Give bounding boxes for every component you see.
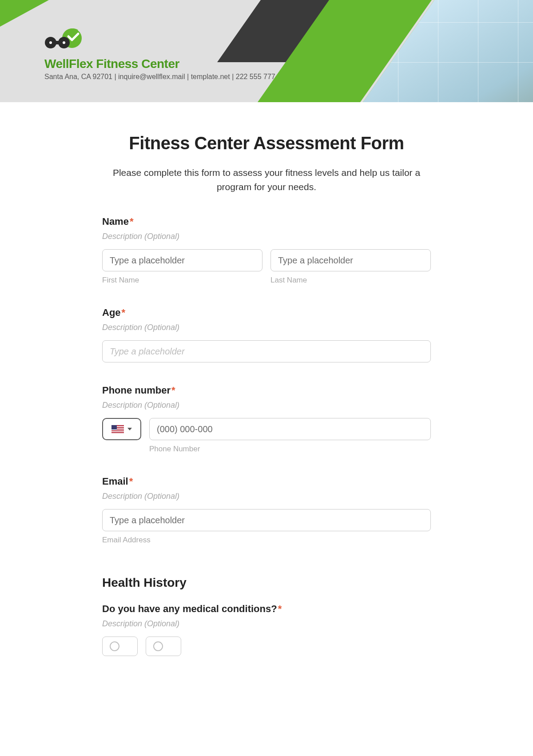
required-asterisk: * bbox=[171, 385, 175, 396]
brand-name: WellFlex Fitness Center bbox=[44, 57, 275, 71]
field-phone: Phone number* Description (Optional) Pho… bbox=[102, 385, 431, 454]
brand-block: WellFlex Fitness Center Santa Ana, CA 92… bbox=[44, 27, 275, 81]
email-description[interactable]: Description (Optional) bbox=[102, 492, 431, 501]
brand-tagline: Santa Ana, CA 92701 | inquire@wellflex.m… bbox=[44, 73, 275, 81]
radio-icon bbox=[153, 641, 163, 651]
radio-option[interactable] bbox=[146, 637, 181, 656]
required-asterisk: * bbox=[278, 603, 282, 614]
email-label-text: Email bbox=[102, 476, 128, 487]
svg-point-5 bbox=[63, 41, 65, 44]
chevron-down-icon bbox=[127, 428, 132, 430]
dumbbell-kettlebell-icon bbox=[44, 28, 89, 52]
field-name: Name* Description (Optional) First Name … bbox=[102, 216, 431, 285]
medical-conditions-text: Do you have any medical conditions? bbox=[102, 603, 277, 614]
brand-logo bbox=[44, 27, 275, 53]
radio-option[interactable] bbox=[102, 637, 138, 656]
age-description[interactable]: Description (Optional) bbox=[102, 323, 431, 332]
phone-sublabel: Phone Number bbox=[149, 445, 431, 454]
first-name-sublabel: First Name bbox=[102, 276, 263, 285]
medical-conditions-label: Do you have any medical conditions?* bbox=[102, 603, 431, 615]
email-input[interactable] bbox=[102, 509, 431, 531]
age-input[interactable] bbox=[102, 340, 431, 362]
age-label: Age* bbox=[102, 307, 431, 318]
us-flag-icon bbox=[111, 425, 124, 433]
name-label: Name* bbox=[102, 216, 431, 227]
name-description[interactable]: Description (Optional) bbox=[102, 232, 431, 241]
phone-label: Phone number* bbox=[102, 385, 431, 396]
form-body: Fitness Center Assessment Form Please co… bbox=[62, 102, 471, 674]
last-name-input[interactable] bbox=[270, 249, 431, 271]
radio-icon bbox=[110, 641, 119, 651]
email-sublabel: Email Address bbox=[102, 536, 431, 545]
age-label-text: Age bbox=[102, 307, 121, 318]
form-intro: Please complete this form to assess your… bbox=[102, 166, 431, 194]
field-age: Age* Description (Optional) bbox=[102, 307, 431, 362]
required-asterisk: * bbox=[122, 307, 126, 318]
form-title: Fitness Center Assessment Form bbox=[102, 133, 431, 153]
field-medical-conditions: Do you have any medical conditions?* Des… bbox=[102, 603, 431, 656]
health-history-heading: Health History bbox=[102, 576, 431, 590]
header-banner: WellFlex Fitness Center Santa Ana, CA 92… bbox=[0, 0, 533, 102]
field-email: Email* Description (Optional) Email Addr… bbox=[102, 476, 431, 545]
email-label: Email* bbox=[102, 476, 431, 487]
name-label-text: Name bbox=[102, 216, 129, 227]
first-name-input[interactable] bbox=[102, 249, 263, 271]
phone-description[interactable]: Description (Optional) bbox=[102, 401, 431, 410]
phone-label-text: Phone number bbox=[102, 385, 171, 396]
medical-conditions-description[interactable]: Description (Optional) bbox=[102, 619, 431, 629]
phone-input[interactable] bbox=[149, 418, 431, 440]
required-asterisk: * bbox=[129, 476, 133, 487]
required-asterisk: * bbox=[130, 216, 134, 227]
svg-point-4 bbox=[49, 41, 52, 44]
accent-triangle bbox=[0, 0, 49, 27]
country-code-select[interactable] bbox=[102, 418, 141, 440]
svg-rect-3 bbox=[51, 41, 64, 44]
last-name-sublabel: Last Name bbox=[270, 276, 431, 285]
